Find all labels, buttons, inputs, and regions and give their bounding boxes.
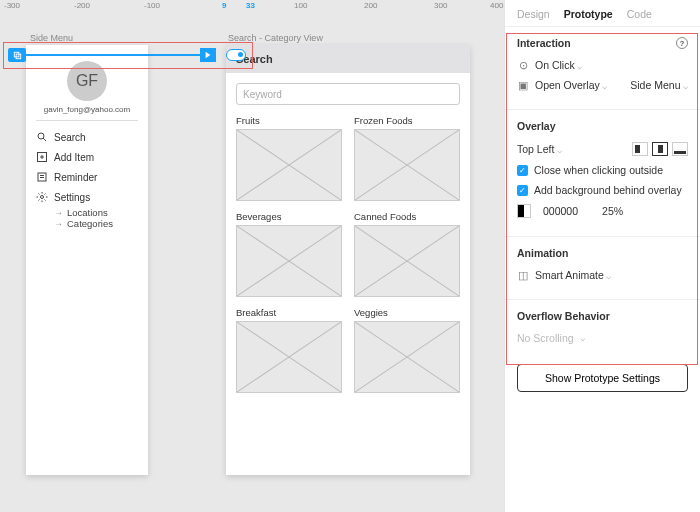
frame-side-menu[interactable]: GF gavin_fong@yahoo.com Search Add Item … (26, 45, 148, 475)
frame-search[interactable]: Search Keyword FruitsFrozen FoodsBeverag… (226, 45, 470, 475)
section-animation: Animation ◫Smart Animate (505, 237, 700, 300)
checkbox-icon: ✓ (517, 185, 528, 196)
panel-tabs: Design Prototype Code (505, 0, 700, 27)
avatar: GF (67, 61, 107, 101)
category-fruits[interactable]: Fruits (236, 115, 342, 201)
section-interaction: Interaction? ⊙On Click ▣Open OverlaySide… (505, 27, 700, 110)
menu-item-settings[interactable]: Settings (36, 187, 138, 207)
connection-line[interactable] (22, 54, 210, 56)
svg-line-3 (43, 138, 46, 141)
image-placeholder (354, 321, 460, 393)
sub-item-locations[interactable]: Locations (36, 207, 138, 218)
show-prototype-settings-button[interactable]: Show Prototype Settings (517, 364, 688, 392)
menu-item-add[interactable]: Add Item (36, 147, 138, 167)
overflow-value[interactable]: No Scrolling (517, 332, 688, 344)
search-icon (36, 131, 48, 143)
overlay-mode-1[interactable] (632, 142, 648, 156)
overlay-mode-2[interactable] (652, 142, 668, 156)
connection-target-handle[interactable] (226, 49, 246, 61)
animation-title: Animation (517, 247, 568, 259)
bg-color-row[interactable]: 00000025% (517, 204, 688, 218)
image-placeholder (236, 321, 342, 393)
tab-design[interactable]: Design (517, 8, 550, 20)
animate-icon: ◫ (517, 269, 529, 281)
category-label: Frozen Foods (354, 115, 460, 126)
overlay-mode-group (632, 142, 688, 156)
target-select[interactable]: Side Menu (630, 79, 688, 91)
image-placeholder (354, 129, 460, 201)
category-label: Breakfast (236, 307, 342, 318)
animation-type-row[interactable]: ◫Smart Animate (517, 269, 688, 281)
category-label: Veggies (354, 307, 460, 318)
svg-point-10 (41, 196, 44, 199)
image-placeholder (354, 225, 460, 297)
overlay-title: Overlay (517, 120, 556, 132)
divider (36, 120, 138, 121)
checkbox-icon: ✓ (517, 165, 528, 176)
color-swatch[interactable] (517, 204, 531, 218)
connection-source-icon[interactable] (8, 48, 26, 62)
tab-code[interactable]: Code (627, 8, 652, 20)
interaction-title: Interaction (517, 37, 571, 49)
svg-rect-1 (16, 54, 21, 59)
sub-item-categories[interactable]: Categories (36, 218, 138, 229)
menu-item-reminder[interactable]: Reminder (36, 167, 138, 187)
action-row[interactable]: ▣Open OverlaySide Menu (517, 79, 688, 91)
note-icon (36, 171, 48, 183)
canvas[interactable]: -300 -200 -100 9 33 100 200 300 400 Side… (0, 0, 504, 512)
overlay-mode-3[interactable] (672, 142, 688, 156)
tab-prototype[interactable]: Prototype (564, 8, 613, 20)
category-canned-foods[interactable]: Canned Foods (354, 211, 460, 297)
section-overflow: Overflow Behavior No Scrolling Show Prot… (505, 300, 700, 402)
svg-rect-0 (14, 52, 19, 57)
section-overlay: Overlay Top Left ✓Close when clicking ou… (505, 110, 700, 237)
trigger-row[interactable]: ⊙On Click (517, 59, 688, 71)
plus-box-icon (36, 151, 48, 163)
email-text: gavin_fong@yahoo.com (36, 105, 138, 114)
gear-icon (36, 191, 48, 203)
help-icon[interactable]: ? (676, 37, 688, 49)
category-veggies[interactable]: Veggies (354, 307, 460, 393)
image-placeholder (236, 129, 342, 201)
overlay-icon: ▣ (517, 79, 529, 91)
category-label: Fruits (236, 115, 342, 126)
image-placeholder (236, 225, 342, 297)
overlay-position[interactable]: Top Left (517, 143, 562, 155)
category-label: Beverages (236, 211, 342, 222)
category-breakfast[interactable]: Breakfast (236, 307, 342, 393)
category-label: Canned Foods (354, 211, 460, 222)
ruler-horizontal: -300 -200 -100 9 33 100 200 300 400 (0, 0, 504, 14)
frame-label-search[interactable]: Search - Category View (228, 33, 323, 43)
frame-label-side[interactable]: Side Menu (30, 33, 73, 43)
search-header: Search (226, 45, 470, 73)
category-frozen-foods[interactable]: Frozen Foods (354, 115, 460, 201)
trigger-icon: ⊙ (517, 59, 529, 71)
menu-item-search[interactable]: Search (36, 127, 138, 147)
keyword-input[interactable]: Keyword (236, 83, 460, 105)
inspector-panel: Design Prototype Code Interaction? ⊙On C… (504, 0, 700, 512)
close-outside-row[interactable]: ✓Close when clicking outside (517, 164, 688, 176)
connection-play-icon[interactable] (200, 48, 216, 62)
category-beverages[interactable]: Beverages (236, 211, 342, 297)
overflow-title: Overflow Behavior (517, 310, 610, 322)
add-bg-row[interactable]: ✓Add background behind overlay (517, 184, 688, 196)
